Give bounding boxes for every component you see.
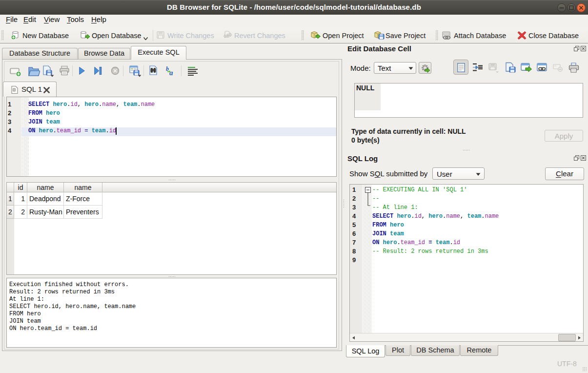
svg-text:a: a (169, 69, 173, 77)
